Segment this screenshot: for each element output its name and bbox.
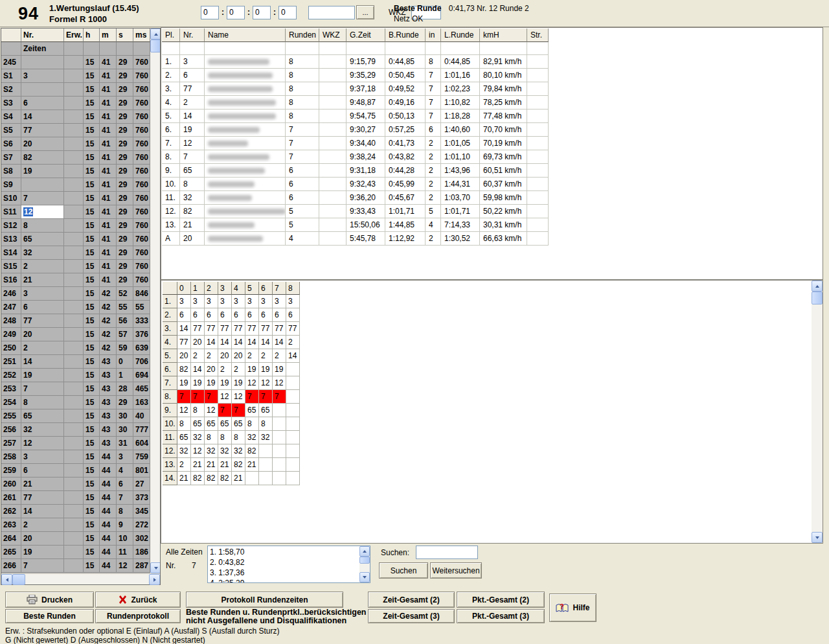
row-label[interactable]: 258 bbox=[1, 450, 21, 464]
table-row[interactable]: 7.1279:34,400:41,7321:01,0570,19 km/h bbox=[162, 137, 549, 150]
cell[interactable]: 41 bbox=[100, 192, 117, 205]
row-label[interactable]: S15 bbox=[1, 260, 21, 273]
cell[interactable]: 77 bbox=[21, 491, 64, 505]
row-label[interactable]: 254 bbox=[1, 396, 21, 409]
cell[interactable]: 2 bbox=[21, 341, 64, 355]
cell[interactable]: 14 bbox=[21, 110, 64, 124]
cell[interactable] bbox=[64, 464, 84, 477]
cell[interactable]: 1 bbox=[117, 369, 133, 382]
table-row[interactable]: 8.779:38,240:43,8221:01,1069,73 km/h bbox=[162, 150, 549, 164]
cell[interactable]: 14 bbox=[21, 505, 64, 518]
cell[interactable]: 15 bbox=[84, 205, 100, 219]
cell[interactable] bbox=[64, 505, 84, 518]
cell[interactable]: 302 bbox=[133, 532, 150, 546]
scrollbar-track[interactable] bbox=[359, 564, 370, 572]
row-label[interactable]: 265 bbox=[1, 546, 21, 559]
cell[interactable] bbox=[64, 233, 84, 246]
cell[interactable]: 29 bbox=[117, 69, 133, 83]
cell[interactable]: 8 bbox=[21, 396, 64, 409]
table-row[interactable]: 2.689:35,290:50,4571:01,1680,10 km/h bbox=[162, 69, 549, 82]
list-item[interactable]: 2. 0:43,82 bbox=[210, 557, 359, 568]
pkt-gesamt-3-button[interactable]: Pkt.-Gesamt (3) bbox=[457, 609, 545, 623]
cell[interactable]: 10 bbox=[117, 532, 133, 546]
cell[interactable]: 20 bbox=[21, 137, 64, 151]
cell[interactable]: 41 bbox=[100, 219, 117, 233]
cell[interactable]: 43 bbox=[100, 396, 117, 409]
cell[interactable]: 29 bbox=[117, 83, 133, 97]
row-label[interactable]: 261 bbox=[1, 491, 21, 505]
cell[interactable] bbox=[64, 450, 84, 464]
cell[interactable]: 43 bbox=[100, 369, 117, 382]
cell[interactable]: 760 bbox=[133, 233, 150, 246]
row-label[interactable]: S7 bbox=[1, 151, 21, 165]
cell[interactable] bbox=[64, 355, 84, 369]
cell[interactable]: 41 bbox=[100, 124, 117, 137]
cell[interactable]: 41 bbox=[100, 165, 117, 178]
row-label[interactable]: 262 bbox=[1, 505, 21, 518]
cell[interactable]: 3 bbox=[21, 450, 64, 464]
cell[interactable]: 29 bbox=[117, 137, 133, 151]
cell[interactable]: 760 bbox=[133, 219, 150, 233]
cell[interactable]: 6 bbox=[117, 477, 133, 491]
cell[interactable]: 15 bbox=[84, 233, 100, 246]
cell[interactable]: 15 bbox=[84, 477, 100, 491]
cell[interactable]: 3 bbox=[21, 287, 64, 301]
table-row[interactable]: 10.869:32,430:45,9921:44,3160,37 km/h bbox=[162, 178, 549, 191]
cell[interactable] bbox=[64, 260, 84, 273]
cell[interactable]: 333 bbox=[133, 314, 150, 328]
cell[interactable]: 43 bbox=[100, 409, 117, 423]
row-label[interactable]: 245 bbox=[1, 56, 21, 69]
cell[interactable]: 29 bbox=[117, 97, 133, 110]
cell[interactable]: 42 bbox=[100, 328, 117, 341]
cell[interactable]: 801 bbox=[133, 464, 150, 477]
cell[interactable]: 55 bbox=[117, 301, 133, 314]
cell[interactable]: 846 bbox=[133, 287, 150, 301]
cell[interactable]: 82 bbox=[21, 151, 64, 165]
cell[interactable]: 44 bbox=[100, 477, 117, 491]
cell[interactable] bbox=[64, 219, 84, 233]
cell[interactable]: 29 bbox=[117, 260, 133, 273]
time-ms-field[interactable] bbox=[278, 6, 297, 19]
cell[interactable]: 29 bbox=[117, 192, 133, 205]
cell[interactable]: 760 bbox=[133, 83, 150, 97]
table-row[interactable]: 5.1489:54,750:50,1371:18,2877,48 km/h bbox=[162, 109, 549, 123]
cell[interactable] bbox=[64, 314, 84, 328]
cell[interactable]: 41 bbox=[100, 137, 117, 151]
cell[interactable] bbox=[64, 341, 84, 355]
time-hours-field[interactable] bbox=[201, 6, 219, 19]
cell[interactable]: 29 bbox=[117, 246, 133, 260]
time-minutes-field[interactable] bbox=[227, 6, 245, 19]
row-label[interactable]: S11 bbox=[1, 205, 21, 219]
row-label[interactable]: 264 bbox=[1, 532, 21, 546]
row-label[interactable]: S1 bbox=[1, 69, 21, 83]
zeit-gesamt-2-button[interactable]: Zeit-Gesamt (2) bbox=[368, 592, 455, 608]
cell[interactable]: 760 bbox=[133, 165, 150, 178]
cell[interactable]: 345 bbox=[133, 505, 150, 518]
cell[interactable]: 29 bbox=[117, 219, 133, 233]
cell[interactable]: 15 bbox=[84, 450, 100, 464]
cell[interactable]: 759 bbox=[133, 450, 150, 464]
cell[interactable]: 44 bbox=[100, 518, 117, 532]
cell[interactable] bbox=[64, 491, 84, 505]
row-label[interactable]: 247 bbox=[1, 301, 21, 314]
listbox-scrollbar[interactable] bbox=[359, 546, 370, 582]
cell[interactable]: 59 bbox=[117, 341, 133, 355]
cell[interactable]: 52 bbox=[117, 287, 133, 301]
cell[interactable]: 287 bbox=[133, 559, 150, 573]
row-label[interactable]: S4 bbox=[1, 110, 21, 124]
cell[interactable]: 19 bbox=[21, 546, 64, 559]
cell[interactable]: 32 bbox=[21, 246, 64, 260]
row-label[interactable]: S2 bbox=[1, 83, 21, 97]
cell[interactable]: 2 bbox=[21, 260, 64, 273]
cell[interactable]: 42 bbox=[100, 287, 117, 301]
cell[interactable]: 15 bbox=[84, 532, 100, 546]
table-row[interactable]: 13.21515:50,061:44,8547:14,3330,31 km/h bbox=[162, 218, 549, 232]
cell[interactable]: 15 bbox=[84, 328, 100, 341]
cell[interactable]: 7 bbox=[21, 382, 64, 396]
scrollbar-track[interactable] bbox=[25, 574, 149, 584]
cell[interactable]: 12 bbox=[21, 437, 64, 450]
cell[interactable]: 44 bbox=[100, 505, 117, 518]
cell[interactable]: 777 bbox=[133, 423, 150, 437]
cell[interactable]: 8 bbox=[21, 219, 64, 233]
cell[interactable]: 29 bbox=[117, 233, 133, 246]
